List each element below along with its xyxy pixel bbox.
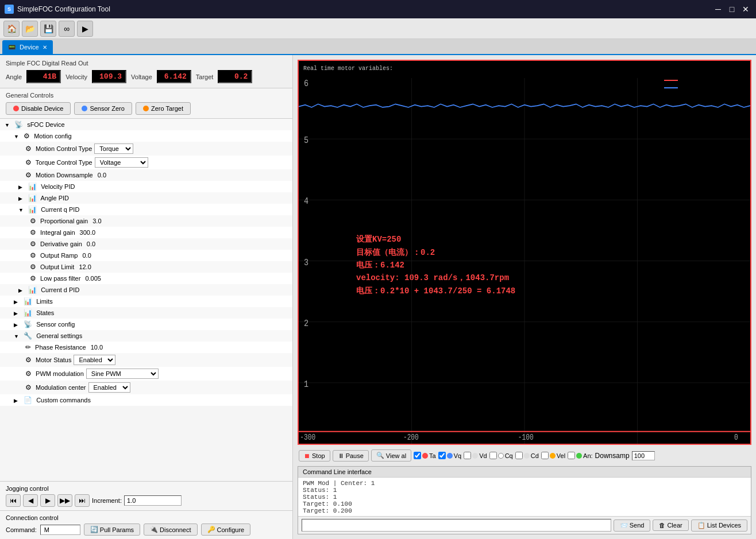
derivative-gain-label: Derivative gain <box>40 241 82 247</box>
states-row[interactable]: ▶ 📊 States <box>0 307 292 319</box>
sensor-config-row[interactable]: ▶ 📡 Sensor config <box>0 319 292 330</box>
tree-panel[interactable]: ▼ 📡 sFOC Device ▼ ⚙ Motion config <box>0 119 292 482</box>
jog-rewind-button[interactable]: ⏮ <box>6 494 21 507</box>
jog-forward-fast-button[interactable]: ▶▶ <box>57 494 72 507</box>
target-checkbox-label[interactable]: Ta <box>414 452 436 459</box>
current-d-pid-label: Current d PID <box>41 286 79 293</box>
send-button[interactable]: 📨 Send <box>614 519 651 532</box>
configure-button[interactable]: 🔑 Configure <box>201 524 251 536</box>
output-limit-label: Output Limit <box>40 263 74 270</box>
jog-fast-forward-button[interactable]: ⏭ <box>75 494 90 507</box>
sensor-config-arrow[interactable]: ▶ <box>14 322 21 328</box>
ang-checkbox[interactable] <box>568 452 575 459</box>
vd-checkbox[interactable] <box>464 452 471 459</box>
custom-commands-row[interactable]: ▶ 📄 Custom commands <box>0 394 292 406</box>
velocity-pid-row[interactable]: ▶ 📊 Velocity PID <box>0 181 292 192</box>
custom-commands-arrow[interactable]: ▶ <box>14 398 21 404</box>
close-button[interactable]: ✕ <box>740 3 751 15</box>
current-q-pid-arrow[interactable]: ▼ <box>18 207 25 213</box>
command-line: Command Line interface PWM Mod | Center:… <box>298 466 751 534</box>
vq-checkbox-label[interactable]: Vq <box>438 452 461 459</box>
angle-label: Angle <box>6 73 22 80</box>
pause-button[interactable]: ⏸ Pause <box>333 450 369 462</box>
downsample-input[interactable] <box>632 451 655 460</box>
svg-text:6: 6 <box>304 78 308 90</box>
vel-checkbox-label[interactable]: Vel <box>541 452 565 459</box>
output-limit-row: ⚙ Output Limit 12.0 <box>0 261 292 273</box>
stop-button[interactable]: ⏹ Stop <box>299 450 330 462</box>
motion-config-row[interactable]: ▼ ⚙ Motion config <box>0 130 292 142</box>
command-text-input[interactable] <box>302 519 611 532</box>
target-color-dot <box>422 453 428 459</box>
pull-params-button[interactable]: 🔄 Pull Params <box>84 524 140 536</box>
motion-config-arrow[interactable]: ▼ <box>14 134 21 139</box>
motor-status-row: ⚙ Motor Status Enabled Disabled <box>0 353 292 367</box>
zero-target-label: Zero Target <box>151 105 183 112</box>
motor-status-icon: ⚙ <box>25 356 32 364</box>
command-input[interactable] <box>40 525 80 535</box>
cq-checkbox[interactable] <box>489 452 497 459</box>
maximize-button[interactable]: □ <box>726 3 738 15</box>
current-d-pid-arrow[interactable]: ▶ <box>18 288 25 293</box>
toolbar-home-button[interactable]: 🏠 <box>3 21 20 37</box>
toolbar: 🏠 📂 💾 ∞ ▶ <box>0 18 756 39</box>
limits-arrow[interactable]: ▶ <box>14 299 21 305</box>
toolbar-loop-button[interactable]: ∞ <box>59 21 75 37</box>
cd-checkbox-label[interactable]: Cd <box>515 452 539 459</box>
low-pass-filter-value: 0.005 <box>83 274 103 282</box>
toolbar-open-button[interactable]: 📂 <box>22 21 38 37</box>
velocity-pid-arrow[interactable]: ▶ <box>18 184 25 190</box>
sensor-zero-button[interactable]: Sensor Zero <box>74 102 132 115</box>
modulation-center-select[interactable]: Enabled Disabled <box>88 382 130 393</box>
proportional-gain-value: 3.0 <box>90 217 103 225</box>
general-settings-arrow[interactable]: ▼ <box>14 334 21 339</box>
zero-target-button[interactable]: Zero Target <box>136 102 191 115</box>
jog-back-button[interactable]: ◀ <box>23 494 38 507</box>
toolbar-run-button[interactable]: ▶ <box>77 21 93 37</box>
clear-button[interactable]: 🗑 Clear <box>653 519 688 531</box>
svg-text:0: 0 <box>734 433 738 443</box>
pull-params-label: Pull Params <box>100 526 134 533</box>
general-settings-row[interactable]: ▼ 🔧 General settings <box>0 330 292 342</box>
modulation-center-icon: ⚙ <box>25 383 32 391</box>
target-checkbox[interactable] <box>414 452 421 459</box>
pwm-modulation-label: PWM modulation <box>36 370 84 377</box>
stop-label: Stop <box>312 452 325 459</box>
increment-input[interactable] <box>124 495 182 506</box>
angle-pid-arrow[interactable]: ▶ <box>18 196 25 201</box>
vel-checkbox[interactable] <box>541 452 549 459</box>
velocity-label: Velocity <box>65 73 87 80</box>
vd-checkbox-label[interactable]: Vd <box>464 452 487 459</box>
low-pass-filter-icon: ⚙ <box>30 274 36 282</box>
states-arrow[interactable]: ▶ <box>14 311 21 316</box>
configure-label: Configure <box>217 526 245 533</box>
zero-target-icon <box>143 106 149 111</box>
cq-checkbox-label[interactable]: Cq <box>489 452 513 459</box>
sfoc-device-arrow[interactable]: ▼ <box>5 122 11 128</box>
minimize-button[interactable]: ─ <box>712 3 724 15</box>
disconnect-button[interactable]: 🔌 Disconnect <box>144 524 197 536</box>
jogging-row: ⏮ ◀ ▶ ▶▶ ⏭ Increment: <box>6 494 287 507</box>
motor-status-select[interactable]: Enabled Disabled <box>74 355 115 365</box>
vq-checkbox[interactable] <box>438 452 446 459</box>
configure-icon: 🔑 <box>207 526 215 533</box>
toolbar-save-button[interactable]: 💾 <box>40 21 56 37</box>
current-d-pid-row[interactable]: ▶ 📊 Current d PID <box>0 284 292 296</box>
jog-forward-button[interactable]: ▶ <box>40 494 55 507</box>
cd-checkbox[interactable] <box>515 452 523 459</box>
torque-control-type-select[interactable]: Voltage DC Current FOC Current <box>95 157 148 168</box>
device-tab[interactable]: 📟 Device ✕ <box>2 40 53 54</box>
device-tab-close[interactable]: ✕ <box>43 44 47 51</box>
current-q-pid-row[interactable]: ▼ 📊 Current q PID <box>0 204 292 215</box>
svg-text:2: 2 <box>304 317 308 329</box>
motion-control-type-select[interactable]: Torque Velocity Angle <box>94 144 133 154</box>
view-all-button[interactable]: 🔍 View al <box>371 449 411 462</box>
ang-checkbox-label[interactable]: An: <box>568 452 593 459</box>
pwm-modulation-select[interactable]: Sine PWM Space Vector PWM <box>86 369 159 379</box>
disable-device-button[interactable]: Disable Device <box>6 102 71 115</box>
list-devices-button[interactable]: 📋 List Devices <box>691 519 747 532</box>
limits-row[interactable]: ▶ 📊 Limits <box>0 296 292 307</box>
sfoc-device-row[interactable]: ▼ 📡 sFOC Device <box>0 119 292 130</box>
voltage-label: Voltage <box>131 73 152 80</box>
angle-pid-row[interactable]: ▶ 📊 Angle PID <box>0 192 292 204</box>
